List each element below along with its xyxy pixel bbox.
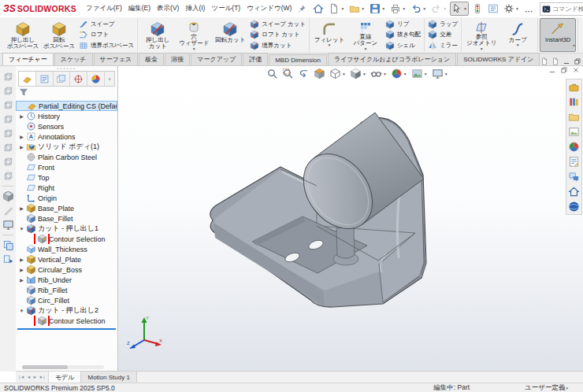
tab-inactive[interactable]: 評価	[243, 53, 268, 65]
file-explorer-icon[interactable]	[568, 111, 580, 123]
hole-wizard-icon[interactable]: 穴 ウィザード▼	[176, 18, 212, 52]
tree-item[interactable]: ▶Rib_Under	[16, 275, 117, 285]
property-manager-icon[interactable]	[36, 72, 54, 86]
bottom-tab[interactable]: Motion Study 1	[81, 372, 136, 383]
menu-item[interactable]: ウィンドウ(W)	[243, 2, 295, 16]
menu-item[interactable]: ツール(T)	[208, 2, 243, 16]
wire-cube-icon[interactable]	[2, 113, 14, 125]
tab-scroll-buttons[interactable]: |◄◄►►|	[16, 372, 49, 383]
tree-item[interactable]: Sensors	[16, 121, 117, 131]
tree-item[interactable]: ▶Circular_Boss	[16, 264, 117, 275]
dimxpert-manager-icon[interactable]	[70, 72, 87, 86]
tab-scroller[interactable]: ►	[32, 375, 37, 379]
restore-icon[interactable]	[560, 66, 568, 74]
tree-item[interactable]: Rib_Fillet	[16, 285, 117, 295]
solidworks-resources-icon[interactable]	[568, 81, 580, 93]
tree-item[interactable]: ▼カット - 押し出し1	[16, 224, 117, 234]
tab-scroller[interactable]: ►|	[39, 375, 45, 379]
tab-inactive[interactable]: SOLIDWORKS アドイン	[457, 53, 540, 65]
expand-arrow[interactable]: ▶	[18, 113, 25, 119]
boundary-cut-icon[interactable]: 境界カット	[250, 41, 306, 51]
tab-inactive[interactable]: 板金	[139, 53, 164, 65]
copy-body-icon[interactable]	[2, 239, 14, 251]
draft-icon[interactable]: 抜き勾配	[385, 30, 421, 40]
expand-arrow[interactable]: ▶	[18, 134, 25, 139]
tab-inactive[interactable]: MBD Dimension	[269, 54, 327, 65]
expand-arrow[interactable]: ▼	[18, 309, 25, 313]
command-search[interactable]: ▼	[540, 2, 583, 16]
restore-icon[interactable]	[574, 57, 581, 65]
revolve-cut-icon[interactable]: 回転カット	[212, 18, 248, 52]
wire-cube-icon[interactable]	[2, 99, 14, 111]
wire-cube-icon[interactable]	[2, 142, 14, 153]
menu-item[interactable]: ファイル(F)	[83, 2, 125, 16]
scrollbar-thumb[interactable]	[22, 365, 68, 369]
sketch-ghost-icon[interactable]	[2, 205, 14, 216]
tree-item[interactable]: Front	[16, 162, 117, 172]
page-icon[interactable]	[551, 57, 559, 65]
tab-inactive[interactable]: ライフサイクルおよびコラボレーション	[328, 53, 456, 65]
expand-arrow[interactable]: ▼	[18, 227, 25, 231]
boundary-boss-icon[interactable]: 境界ボス/ベース	[79, 41, 134, 51]
tab-inactive[interactable]: マークアップ	[191, 53, 242, 65]
section-view-icon[interactable]	[314, 68, 325, 80]
rebuild-traffic-light-icon[interactable]	[470, 2, 485, 16]
tab-inactive[interactable]: スケッチ	[54, 53, 93, 65]
tree-item[interactable]: ▼カット - 押し出し2	[16, 305, 117, 316]
mirror-icon[interactable]: ミラー	[428, 41, 458, 51]
units-dropdown[interactable]: ユーザー定義	[525, 383, 565, 392]
monitor-icon[interactable]	[2, 219, 14, 231]
revolve-boss-icon[interactable]: 回転 ボス/ベース	[41, 18, 77, 52]
loft-icon[interactable]: ロフト	[79, 30, 134, 40]
rib-icon[interactable]: リブ	[385, 19, 421, 29]
sweep-icon[interactable]: スイープ	[79, 19, 134, 29]
3dexperience-icon[interactable]	[568, 201, 580, 213]
hide-show-items-icon[interactable]: ▼	[370, 68, 387, 80]
intersect-icon[interactable]: 交差	[428, 30, 458, 40]
tree-horizontal-scrollbar[interactable]	[22, 365, 104, 369]
reference-geometry-icon[interactable]: 参照 ジオメトリ▼	[463, 18, 499, 52]
curves-icon[interactable]: カーブ▼	[499, 18, 536, 52]
feature-manager-icon[interactable]	[19, 72, 36, 86]
view-settings-icon[interactable]: ▼	[432, 68, 448, 80]
tree-item[interactable]: Top	[16, 172, 117, 183]
wire-cube-icon[interactable]	[2, 85, 14, 97]
linear-pattern-icon[interactable]: 直線 パターン▼	[347, 18, 384, 52]
wire-cube-icon[interactable]	[2, 71, 14, 83]
shell-icon[interactable]: シェル	[385, 41, 421, 51]
tree-item[interactable]: Wall_Thickness	[16, 244, 117, 254]
expand-arrow[interactable]: ▶	[18, 257, 25, 262]
tree-item[interactable]: Circ_Fillet	[16, 295, 117, 305]
panel-tabs-expand-icon[interactable]: ›	[105, 76, 114, 83]
derive-body-icon[interactable]	[2, 253, 14, 265]
bottom-tab[interactable]: モデル	[49, 372, 82, 383]
tree-item[interactable]: ▶AAnnotations	[16, 131, 117, 142]
expand-arrow[interactable]: ▶	[18, 144, 25, 150]
tree-item[interactable]: ▶Base_Plate	[16, 203, 117, 213]
tree-item[interactable]: Origin	[16, 193, 117, 203]
solidworks-forum-icon[interactable]	[568, 171, 580, 183]
filter-funnel-icon[interactable]	[19, 87, 28, 97]
print-icon[interactable]: ▼	[388, 2, 407, 16]
model-3d-view[interactable]	[118, 66, 553, 370]
open-icon[interactable]: ▼	[347, 2, 366, 16]
expand-arrow[interactable]: ▶	[18, 277, 25, 283]
tab-inactive[interactable]: 溶接	[165, 53, 190, 65]
overflow-icon[interactable]	[522, 2, 537, 16]
menu-item[interactable]: 挿入(I)	[182, 2, 208, 16]
home-icon[interactable]	[311, 2, 325, 16]
display-settings-icon[interactable]	[486, 2, 500, 16]
tab-active[interactable]: フィーチャー	[2, 53, 54, 65]
extrude-cut-icon[interactable]: 押し出し カット	[139, 18, 176, 52]
apply-scene-icon[interactable]: ▼	[411, 68, 428, 80]
page-icon[interactable]	[540, 57, 548, 65]
view-palette-icon[interactable]	[568, 126, 580, 138]
close-icon[interactable]	[572, 66, 580, 74]
graphics-viewport[interactable]: ▼▼▼▼▼▼ Y X Z	[118, 66, 583, 372]
new-document-icon[interactable]: ▼	[327, 2, 346, 16]
wire-cube-icon[interactable]	[2, 170, 14, 182]
tree-item[interactable]: ▶Vertical_Plate	[16, 254, 117, 264]
zoom-fit-icon[interactable]	[266, 68, 278, 80]
sweep-cut-icon[interactable]: スイープ カット	[250, 19, 306, 29]
chevron-down-icon[interactable]: ▾	[566, 386, 568, 390]
